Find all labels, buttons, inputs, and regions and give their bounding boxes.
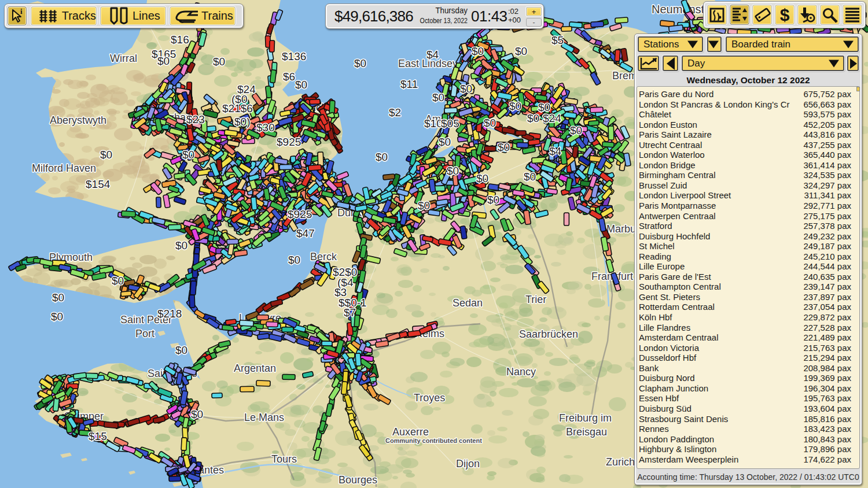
svg-text:Freiburg im: Freiburg im <box>559 412 612 424</box>
svg-text:$0: $0 <box>476 172 488 184</box>
svg-text:Port: Port <box>135 328 155 339</box>
svg-text:$16: $16 <box>171 34 189 46</box>
svg-text:Saarbrücken: Saarbrücken <box>519 328 578 340</box>
svg-text:$154: $154 <box>86 178 111 190</box>
svg-text:$0: $0 <box>376 151 388 163</box>
svg-text:$0: $0 <box>157 55 170 67</box>
svg-text:$0: $0 <box>112 275 124 287</box>
svg-text:$0: $0 <box>439 136 451 148</box>
svg-text:$10: $10 <box>424 117 443 130</box>
svg-text:$2: $2 <box>389 106 401 119</box>
svg-text:$0: $0 <box>447 165 459 177</box>
svg-text:Zurich: Zurich <box>606 456 635 468</box>
svg-text:$0: $0 <box>472 45 484 57</box>
svg-text:Milford Haven: Milford Haven <box>32 162 96 174</box>
svg-text:$0: $0 <box>52 291 64 304</box>
svg-text:$0: $0 <box>182 149 194 161</box>
svg-text:$0): $0) <box>234 116 250 128</box>
svg-text:$23: $23 <box>186 113 205 125</box>
svg-text:$0: $0 <box>487 194 499 206</box>
svg-text:$0: $0 <box>175 239 187 252</box>
svg-text:$136: $136 <box>282 50 306 62</box>
svg-text:$0: $0 <box>354 57 366 69</box>
svg-text:Trier: Trier <box>525 294 546 305</box>
svg-text:$0: $0 <box>515 45 527 57</box>
svg-text:$6: $6 <box>283 71 295 83</box>
svg-text:$0: $0 <box>432 91 444 103</box>
svg-text:$925: $925 <box>288 208 312 220</box>
svg-text:Nancy: Nancy <box>506 366 536 378</box>
svg-text:$0: $0 <box>570 124 582 136</box>
svg-text:Troyes: Troyes <box>414 392 445 404</box>
svg-text:Tours: Tours <box>271 453 297 465</box>
svg-text:$15: $15 <box>89 430 107 442</box>
svg-text:$0: $0 <box>498 141 510 153</box>
svg-text:$0: $0 <box>484 117 496 129</box>
svg-text:$0: $0 <box>100 149 112 161</box>
svg-text:$0: $0 <box>418 199 430 212</box>
svg-text:$0: $0 <box>460 83 472 95</box>
svg-text:$0: $0 <box>527 112 539 124</box>
svg-text:$0: $0 <box>175 344 187 356</box>
svg-text:$11: $11 <box>400 78 418 90</box>
svg-text:$0: $0 <box>51 310 63 323</box>
svg-text:Wirral: Wirral <box>110 53 137 64</box>
svg-text:$47: $47 <box>296 227 315 239</box>
svg-text:i: i <box>20 8 23 16</box>
svg-text:Sedan: Sedan <box>453 297 483 309</box>
svg-text:Argentan: Argentan <box>234 363 276 374</box>
svg-text:Aberystwyth: Aberystwyth <box>50 114 106 126</box>
svg-text:$0: $0 <box>191 408 203 420</box>
svg-text:Bourges: Bourges <box>339 474 377 486</box>
svg-text:$24: $24 <box>543 112 561 124</box>
svg-text:$5: $5 <box>551 34 564 46</box>
svg-text:$0: $0 <box>295 79 307 91</box>
svg-text:Auxerre: Auxerre <box>392 426 429 438</box>
svg-text:Dijon: Dijon <box>456 458 480 469</box>
svg-text:$0: $0 <box>288 254 300 266</box>
svg-text:$21$6: $21$6 <box>222 102 253 114</box>
svg-text:Le Mans: Le Mans <box>244 412 284 423</box>
svg-text:$7: $7 <box>344 306 356 319</box>
svg-text:$0: $0 <box>538 101 550 113</box>
svg-text:$0: $0 <box>213 56 225 68</box>
svg-text:Community contributed content: Community contributed content <box>385 437 482 444</box>
svg-text:Berck: Berck <box>310 251 337 263</box>
svg-text:$30: $30 <box>256 121 275 134</box>
svg-text:$925: $925 <box>277 136 301 148</box>
svg-text:$05: $05 <box>441 117 459 130</box>
svg-text:$0: $0 <box>524 171 536 183</box>
svg-text:$4: $4 <box>426 49 439 61</box>
svg-text:$4: $4 <box>549 145 562 157</box>
svg-text:$218: $218 <box>157 308 182 320</box>
svg-text:$0: $0 <box>509 100 521 112</box>
svg-text:$: $ <box>780 6 790 24</box>
svg-text:Breisgau: Breisgau <box>566 426 607 438</box>
